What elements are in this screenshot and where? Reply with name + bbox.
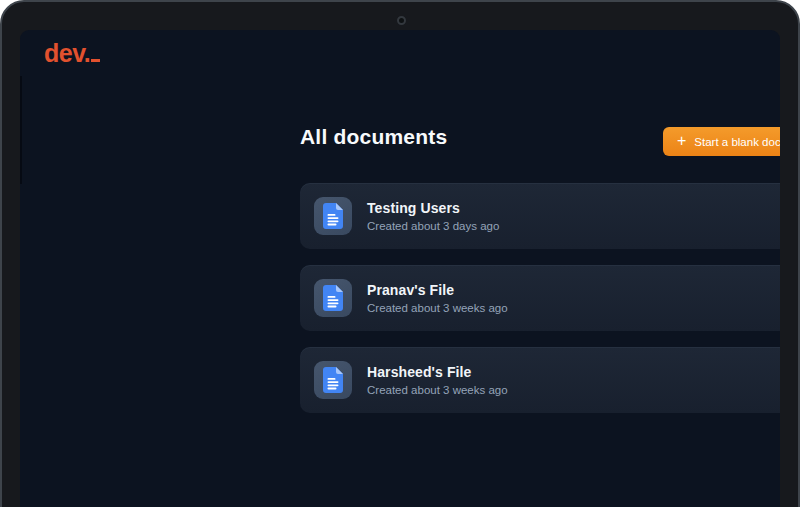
app-logo[interactable]: dev. — [44, 39, 100, 68]
app-screen: dev. All documents + Start a blank docum… — [20, 30, 780, 507]
document-list: Testing Users Created about 3 days ago — [300, 183, 780, 429]
google-doc-icon — [314, 361, 352, 399]
start-blank-document-button[interactable]: + Start a blank document — [663, 127, 780, 156]
document-card-text: Pranav's File Created about 3 weeks ago — [367, 282, 508, 314]
app-logo-text: dev. — [44, 39, 90, 67]
document-title: Testing Users — [367, 200, 499, 216]
document-created-meta: Created about 3 weeks ago — [367, 384, 508, 396]
document-card-pranavs-file[interactable]: Pranav's File Created about 3 weeks ago — [300, 265, 780, 331]
start-blank-document-label: Start a blank document — [694, 136, 780, 148]
document-title: Harsheed's File — [367, 364, 508, 380]
google-doc-icon — [314, 197, 352, 235]
document-card-testing-users[interactable]: Testing Users Created about 3 days ago — [300, 183, 780, 249]
document-title: Pranav's File — [367, 282, 508, 298]
document-created-meta: Created about 3 weeks ago — [367, 302, 508, 314]
document-card-harsheeds-file[interactable]: Harsheed's File Created about 3 weeks ag… — [300, 347, 780, 413]
document-created-meta: Created about 3 days ago — [367, 220, 499, 232]
screen-edge-shadow — [20, 76, 22, 184]
device-frame: dev. All documents + Start a blank docum… — [0, 0, 800, 507]
document-card-text: Testing Users Created about 3 days ago — [367, 200, 499, 232]
logo-cursor-icon — [91, 59, 100, 62]
document-card-text: Harsheed's File Created about 3 weeks ag… — [367, 364, 508, 396]
camera-icon — [397, 16, 406, 25]
google-doc-icon — [314, 279, 352, 317]
plus-icon: + — [677, 133, 686, 149]
page-title: All documents — [300, 125, 447, 149]
